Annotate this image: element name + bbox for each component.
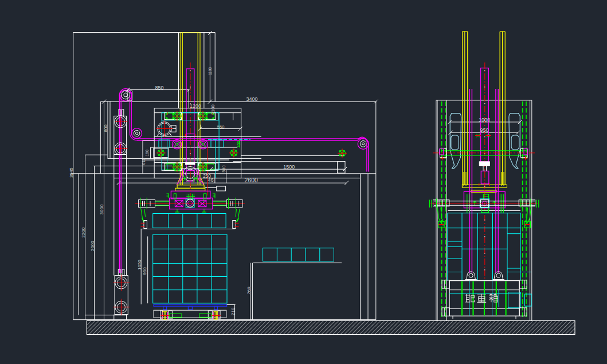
svg-text:550: 550 (217, 124, 225, 130)
svg-text:1200: 1200 (190, 103, 201, 109)
svg-text:160: 160 (146, 150, 150, 156)
svg-text:760: 760 (246, 287, 252, 295)
svg-text:2600: 2600 (245, 177, 259, 183)
svg-text:700: 700 (236, 140, 241, 148)
svg-text:950: 950 (480, 127, 489, 133)
svg-text:1050: 1050 (137, 260, 142, 270)
svg-text:3945: 3945 (69, 167, 74, 178)
svg-text:2000: 2000 (90, 241, 95, 251)
svg-text:210: 210 (230, 307, 236, 315)
svg-text:615: 615 (142, 158, 146, 165)
svg-text:800: 800 (103, 124, 108, 132)
svg-text:1500: 1500 (283, 164, 295, 170)
svg-text:3000: 3000 (100, 204, 105, 214)
svg-text:1000: 1000 (479, 117, 490, 123)
svg-text:950: 950 (142, 267, 147, 275)
svg-text:1100: 1100 (208, 67, 212, 75)
svg-text:850: 850 (155, 85, 164, 91)
svg-text:2100: 2100 (210, 104, 216, 115)
svg-text:3400: 3400 (246, 96, 258, 102)
svg-text:2200: 2200 (81, 227, 86, 237)
svg-text:46: 46 (207, 177, 213, 183)
svg-text:580: 580 (221, 165, 226, 173)
